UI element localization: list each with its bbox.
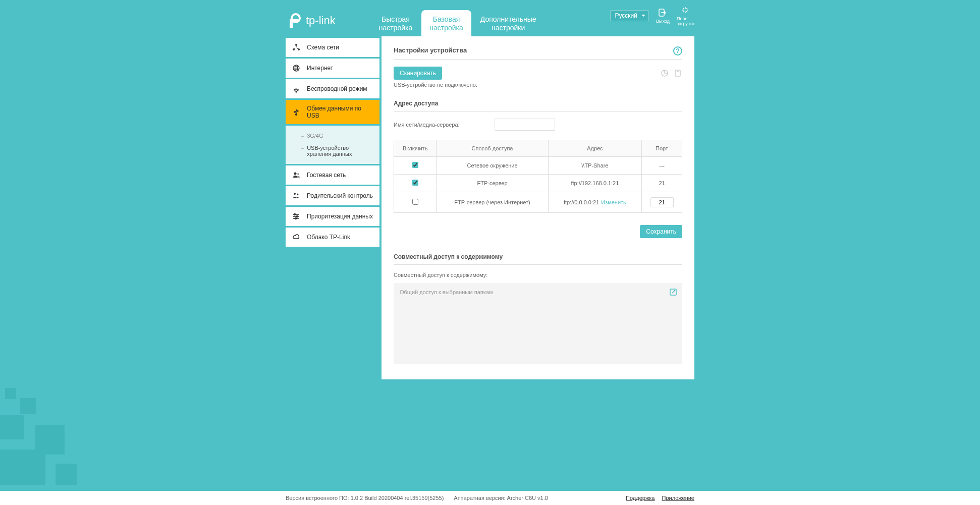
- parental-icon: [292, 191, 301, 200]
- sidebar-subitem-usb-storage[interactable]: USB-устройство хранения данных: [286, 142, 379, 160]
- sidebar-item-network-map[interactable]: Схема сети: [286, 38, 379, 57]
- footer: Версия встроенного ПО: 1.0.2 Build 20200…: [0, 491, 980, 505]
- firmware-version: Версия встроенного ПО: 1.0.2 Build 20200…: [286, 495, 444, 501]
- access-table: Включить Способ доступа Адрес Порт Сетев…: [394, 140, 682, 213]
- sidebar-item-label: Обмен данными по USB: [307, 105, 373, 119]
- chart-icon[interactable]: [660, 69, 669, 78]
- logo-icon: [286, 12, 303, 29]
- table-row: FTP-сервер ftp://192.168.0.1:21 21: [394, 175, 682, 192]
- scan-button[interactable]: Сканировать: [394, 67, 442, 80]
- svg-point-16: [297, 194, 299, 195]
- logout-icon: [658, 8, 668, 18]
- reboot-button[interactable]: Перезагрузка: [677, 5, 694, 26]
- tab-advanced-settings[interactable]: Дополнительныенастройки: [472, 10, 545, 36]
- app-link[interactable]: Приложение: [662, 495, 694, 501]
- sidebar-item-internet[interactable]: Интернет: [286, 59, 379, 78]
- svg-point-9: [296, 91, 297, 92]
- usb-icon: [292, 107, 301, 117]
- svg-point-13: [294, 173, 297, 175]
- sidebar-subitem-3g4g[interactable]: 3G/4G: [286, 130, 379, 142]
- qos-icon: [292, 212, 301, 221]
- sidebar-item-label: Облако TP-Link: [307, 234, 350, 241]
- help-icon[interactable]: ?: [673, 46, 682, 55]
- sidebar-item-qos[interactable]: Приоритезация данных: [286, 207, 379, 226]
- sharing-label: Совместный доступ к содержимому:: [394, 272, 682, 278]
- usb-status-text: USB-устройство не подключено.: [394, 82, 682, 88]
- wifi-icon: [292, 84, 301, 93]
- table-row: Сетевое окружение \\TP-Share ---: [394, 157, 682, 175]
- svg-rect-2: [290, 19, 298, 22]
- hardware-version: Аппаратная версия: Archer C6U v1.0: [454, 495, 548, 501]
- sharing-box: Общий доступ к выбранным папкам: [394, 283, 682, 364]
- sidebar-item-label: Беспроводной режим: [307, 85, 367, 92]
- eject-icon[interactable]: [673, 69, 682, 78]
- support-link[interactable]: Поддержка: [626, 495, 655, 501]
- sidebar-item-label: Схема сети: [307, 44, 339, 51]
- svg-rect-21: [675, 70, 680, 76]
- svg-rect-12: [294, 111, 295, 113]
- sidebar-item-label: Приоритезация данных: [307, 213, 373, 220]
- svg-point-18: [297, 216, 298, 217]
- globe-icon: [292, 64, 301, 73]
- port-input[interactable]: [650, 197, 674, 207]
- change-link[interactable]: Изменить: [601, 199, 626, 205]
- logo: tp-link: [286, 12, 336, 29]
- sidebar-item-label: Гостевая сеть: [307, 172, 346, 179]
- sidebar-item-parental-control[interactable]: Родительский контроль: [286, 186, 379, 205]
- enable-checkbox-ftp-internet[interactable]: [412, 199, 418, 205]
- edit-icon[interactable]: [669, 288, 677, 296]
- save-button[interactable]: Сохранить: [640, 225, 682, 238]
- sidebar-item-label: Интернет: [307, 65, 333, 72]
- tab-basic-setup[interactable]: Базоваянастройка: [421, 10, 471, 36]
- cloud-icon: [292, 233, 301, 242]
- sidebar-item-cloud[interactable]: Облако TP-Link: [286, 228, 379, 247]
- network-icon: [292, 43, 301, 52]
- svg-point-11: [297, 110, 298, 111]
- table-row: FTP-сервер (через Интернет) ftp://0.0.0.…: [394, 192, 682, 213]
- logo-text: tp-link: [306, 14, 336, 27]
- language-select[interactable]: Русский: [610, 10, 649, 21]
- sidebar-item-label: Родительский контроль: [307, 192, 373, 199]
- sidebar-item-usb-sharing[interactable]: Обмен данными по USB: [286, 100, 379, 124]
- server-name-input[interactable]: [495, 119, 555, 131]
- access-address-title: Адрес доступа: [394, 100, 682, 111]
- tab-quick-setup[interactable]: Быстраянастройка: [371, 10, 421, 36]
- device-settings-title: Настройки устройства: [394, 46, 682, 60]
- enable-checkbox-ftp[interactable]: [412, 180, 418, 186]
- reboot-icon: [680, 5, 690, 15]
- sidebar-item-guest-network[interactable]: Гостевая сеть: [286, 165, 379, 185]
- server-name-label: Имя сети/медиа-сервера:: [394, 122, 495, 128]
- guest-icon: [292, 171, 301, 180]
- logout-button[interactable]: Выход: [656, 8, 670, 24]
- svg-point-17: [294, 214, 296, 215]
- svg-point-19: [295, 218, 297, 219]
- svg-point-15: [294, 193, 296, 195]
- sidebar-submenu: 3G/4G USB-устройство хранения данных: [286, 126, 379, 164]
- svg-point-14: [297, 173, 299, 175]
- sharing-title: Совместный доступ к содержимому: [394, 253, 682, 265]
- enable-checkbox-network[interactable]: [412, 162, 418, 168]
- svg-point-4: [295, 44, 297, 46]
- sidebar-item-wireless[interactable]: Беспроводной режим: [286, 79, 379, 98]
- svg-point-10: [296, 114, 297, 116]
